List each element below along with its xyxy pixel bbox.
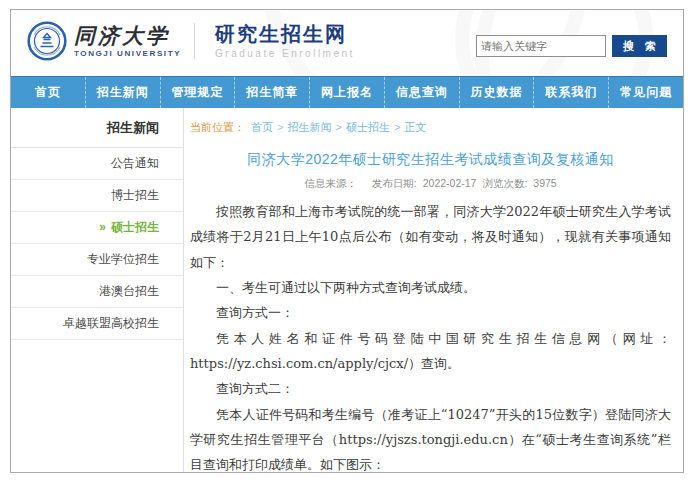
article-meta: 信息来源：发布日期:2022-02-17浏览次数:3975: [190, 177, 671, 191]
sidebar: 招生新闻 »公告通知 »博士招生 »硕士招生 »专: [11, 108, 184, 473]
content-area: 招生新闻 »公告通知 »博士招生 »硕士招生 »专: [11, 108, 683, 473]
breadcrumb-link[interactable]: 首页>: [251, 121, 287, 133]
breadcrumb-separator: >: [277, 121, 283, 133]
breadcrumb-link-text: 硕士招生: [346, 121, 390, 133]
sidebar-item-label: 博士招生: [111, 188, 159, 202]
university-name-en: TONGJI UNIVERSITY: [74, 49, 181, 58]
site-subtitle: Graduate Enrollment: [215, 48, 355, 59]
main-panel: 当前位置：首页>招生新闻>硕士招生>正文> 同济大学2022年硕士研究生招生考试…: [184, 108, 683, 473]
breadcrumb-label: 当前位置：: [190, 121, 245, 133]
logo-divider: [194, 23, 195, 59]
article-paragraph: 凭本人姓名和证件号码登陆中国研究生招生信息网（网址：https://yz.chs…: [190, 326, 671, 377]
article-paragraph: 按照教育部和上海市考试院的统一部署，同济大学2022年硕士研究生入学考试成绩将于…: [190, 199, 671, 275]
sidebar-item[interactable]: »卓越联盟高校招生: [11, 308, 183, 340]
search-box: 搜 索: [476, 35, 667, 57]
meta-views-value: 3975: [533, 177, 556, 189]
active-marker-icon: »: [99, 220, 106, 234]
university-name-cn: 同济大学: [74, 25, 181, 47]
nav-item[interactable]: 联系我们: [533, 77, 608, 108]
article-paragraph: 查询方式一：: [190, 300, 671, 325]
article-paragraph: 凭本人证件号码和考生编号（准考证上“10247”开头的15位数字）登陆同济大学研…: [190, 402, 671, 473]
nav-item[interactable]: 历史数据: [459, 77, 534, 108]
breadcrumb-separator: >: [394, 121, 400, 133]
sidebar-item[interactable]: »港澳台招生: [11, 276, 183, 308]
article-paragraph: 查询方式二：: [190, 376, 671, 401]
breadcrumb-link[interactable]: 正文>: [404, 121, 426, 133]
nav-item[interactable]: 招生简章: [234, 77, 309, 108]
sidebar-item-label: 港澳台招生: [99, 284, 159, 298]
search-input[interactable]: [476, 35, 606, 57]
sidebar-item-label: 公告通知: [111, 156, 159, 170]
breadcrumb-separator: >: [335, 121, 341, 133]
breadcrumb-link-text: 正文: [404, 121, 426, 133]
sidebar-item[interactable]: »博士招生: [11, 180, 183, 212]
sidebar-item-label: 专业学位招生: [87, 252, 159, 266]
article-body: 按照教育部和上海市考试院的统一部署，同济大学2022年硕士研究生入学考试成绩将于…: [190, 199, 671, 473]
search-button[interactable]: 搜 索: [612, 35, 667, 57]
breadcrumb-link[interactable]: 招生新闻>: [287, 121, 345, 133]
sidebar-item[interactable]: »专业学位招生: [11, 244, 183, 276]
nav-item[interactable]: 信息查询: [384, 77, 459, 108]
sidebar-menu: »公告通知 »博士招生 »硕士招生 »专业学位招生 »港: [11, 148, 183, 340]
breadcrumb-link-text: 首页: [251, 121, 273, 133]
breadcrumb: 当前位置：首页>招生新闻>硕士招生>正文>: [190, 114, 671, 139]
site-title: 研究生招生网: [215, 23, 355, 45]
site-logo[interactable]: 同济大学 TONGJI UNIVERSITY 研究生招生网 Graduate E…: [27, 21, 355, 61]
sidebar-item[interactable]: »公告通知: [11, 148, 183, 180]
main-nav: 首页 招生新闻 管理规定 招生简章 网上报名 信息查询 历史数据 联系我们 常见…: [11, 76, 683, 108]
breadcrumb-link[interactable]: 硕士招生>: [346, 121, 404, 133]
nav-item[interactable]: 招生新闻: [85, 77, 160, 108]
meta-date-label: 发布日期:: [372, 177, 417, 189]
meta-source-label: 信息来源：: [304, 177, 357, 189]
site-header: 同济大学 TONGJI UNIVERSITY 研究生招生网 Graduate E…: [11, 10, 683, 76]
article-paragraph: 一、考生可通过以下两种方式查询考试成绩。: [190, 275, 671, 300]
meta-date-value: 2022-02-17: [423, 177, 477, 189]
breadcrumb-link-text: 招生新闻: [287, 121, 331, 133]
nav-item[interactable]: 管理规定: [160, 77, 235, 108]
sidebar-item-label: 卓越联盟高校招生: [63, 316, 159, 330]
article-title: 同济大学2022年硕士研究生招生考试成绩查询及复核通知: [190, 151, 671, 169]
meta-views-label: 浏览次数:: [482, 177, 527, 189]
nav-item[interactable]: 网上报名: [309, 77, 384, 108]
sidebar-item-label: 硕士招生: [111, 220, 159, 234]
sidebar-item[interactable]: »硕士招生: [11, 212, 183, 244]
sidebar-title: 招生新闻: [11, 108, 183, 148]
page-frame: 同济大学 TONGJI UNIVERSITY 研究生招生网 Graduate E…: [10, 9, 684, 473]
nav-item[interactable]: 常见问题: [608, 77, 683, 108]
nav-item[interactable]: 首页: [11, 77, 85, 108]
tongji-seal-icon: [27, 21, 67, 61]
